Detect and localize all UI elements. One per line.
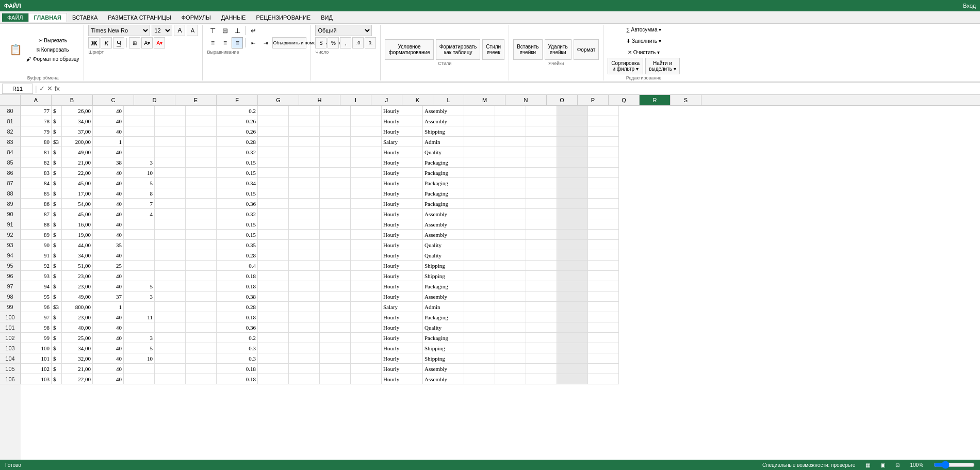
cell-j[interactable] <box>289 116 320 126</box>
col-header-s[interactable]: S <box>671 95 701 105</box>
cell-m[interactable]: Salary <box>382 302 423 312</box>
cell-c[interactable]: 23,00 <box>62 281 93 291</box>
cell-r[interactable] <box>557 302 588 312</box>
cell-c[interactable]: 45,00 <box>62 178 93 188</box>
decrease-decimal-button[interactable]: 0. <box>365 37 376 48</box>
increase-decimal-button[interactable]: .0 <box>352 37 364 48</box>
cell-reference-input[interactable] <box>2 84 33 94</box>
cell-o[interactable] <box>464 322 495 333</box>
find-select-button[interactable]: Найти ивыделить ▾ <box>645 58 680 74</box>
cell-l[interactable] <box>351 199 382 209</box>
cell-h[interactable]: 0.18 <box>217 271 258 281</box>
cell-p[interactable] <box>495 333 526 343</box>
percent-button[interactable]: % <box>328 37 339 48</box>
cell-b[interactable]: $ <box>52 219 62 230</box>
row-num[interactable]: 106 <box>0 374 21 384</box>
cell-s[interactable] <box>588 147 619 157</box>
cell-d[interactable]: 40 <box>93 168 124 178</box>
cell-q[interactable] <box>526 240 557 250</box>
cell-g[interactable] <box>186 178 217 188</box>
cell-h[interactable]: 0.32 <box>217 147 258 157</box>
cell-a[interactable]: 86 <box>21 199 52 209</box>
cell-j[interactable] <box>289 374 320 384</box>
cell-j[interactable] <box>289 126 320 137</box>
bold-button[interactable]: Ж <box>88 37 100 48</box>
cell-c[interactable]: 49,00 <box>62 147 93 157</box>
cell-l[interactable] <box>351 322 382 333</box>
cell-d[interactable]: 40 <box>93 281 124 291</box>
cell-o[interactable] <box>464 364 495 374</box>
cell-d[interactable]: 1 <box>93 302 124 312</box>
cell-n[interactable]: Shipping <box>423 353 464 364</box>
col-header-q[interactable]: Q <box>609 95 640 105</box>
cell-e[interactable] <box>124 116 155 126</box>
cell-g[interactable] <box>186 271 217 281</box>
cell-q[interactable] <box>526 168 557 178</box>
cell-a[interactable]: 79 <box>21 126 52 137</box>
cell-o[interactable] <box>464 188 495 199</box>
row-num[interactable]: 84 <box>0 147 21 157</box>
cell-r[interactable] <box>557 374 588 384</box>
cell-g[interactable] <box>186 364 217 374</box>
cell-g[interactable] <box>186 199 217 209</box>
cell-e[interactable] <box>124 230 155 240</box>
cell-o[interactable] <box>464 168 495 178</box>
cell-a[interactable]: 81 <box>21 147 52 157</box>
cell-e[interactable] <box>124 374 155 384</box>
fill-color-button[interactable]: A▾ <box>141 37 153 48</box>
cell-n[interactable]: Packaging <box>423 199 464 209</box>
cell-j[interactable] <box>289 250 320 261</box>
cell-d[interactable]: 40 <box>93 343 124 353</box>
cell-m[interactable]: Hourly <box>382 219 423 230</box>
cell-q[interactable] <box>526 209 557 219</box>
cell-c[interactable]: 200,00 <box>62 137 93 147</box>
cell-e[interactable] <box>124 240 155 250</box>
row-num[interactable]: 88 <box>0 188 21 199</box>
cell-j[interactable] <box>289 240 320 250</box>
cell-b[interactable]: $ <box>52 147 62 157</box>
cell-b[interactable]: $ <box>52 168 62 178</box>
cell-e[interactable]: 10 <box>124 353 155 364</box>
cell-k[interactable] <box>320 343 351 353</box>
cell-j[interactable] <box>289 343 320 353</box>
cell-f[interactable] <box>155 219 186 230</box>
cell-k[interactable] <box>320 106 351 116</box>
formula-function-icon[interactable]: fx <box>55 85 60 92</box>
cell-j[interactable] <box>289 178 320 188</box>
cell-l[interactable] <box>351 188 382 199</box>
cell-o[interactable] <box>464 261 495 271</box>
cell-s[interactable] <box>588 281 619 291</box>
cell-g[interactable] <box>186 209 217 219</box>
cell-d[interactable]: 40 <box>93 209 124 219</box>
cell-k[interactable] <box>320 333 351 343</box>
cell-b[interactable]: $ <box>52 199 62 209</box>
row-num[interactable]: 86 <box>0 168 21 178</box>
cell-c[interactable]: 800,00 <box>62 302 93 312</box>
cell-k[interactable] <box>320 271 351 281</box>
cell-e[interactable] <box>124 271 155 281</box>
cell-e[interactable] <box>124 250 155 261</box>
cell-a[interactable]: 87 <box>21 209 52 219</box>
cell-n[interactable]: Admin <box>423 302 464 312</box>
cell-n[interactable]: Shipping <box>423 271 464 281</box>
tab-view[interactable]: ВИД <box>316 13 338 22</box>
cell-b[interactable]: $ <box>52 312 62 322</box>
cell-k[interactable] <box>320 291 351 302</box>
cell-k[interactable] <box>320 250 351 261</box>
cell-s[interactable] <box>588 302 619 312</box>
cell-h[interactable]: 0.28 <box>217 250 258 261</box>
cell-h[interactable]: 0.36 <box>217 199 258 209</box>
cell-r[interactable] <box>557 230 588 240</box>
cell-k[interactable] <box>320 364 351 374</box>
cell-q[interactable] <box>526 188 557 199</box>
cell-q[interactable] <box>526 374 557 384</box>
cell-m[interactable]: Hourly <box>382 333 423 343</box>
cell-a[interactable]: 102 <box>21 364 52 374</box>
cell-g[interactable] <box>186 240 217 250</box>
cell-q[interactable] <box>526 333 557 343</box>
cell-o[interactable] <box>464 353 495 364</box>
cell-g[interactable] <box>186 168 217 178</box>
cell-d[interactable]: 40 <box>93 178 124 188</box>
cell-e[interactable]: 11 <box>124 312 155 322</box>
cell-d[interactable]: 40 <box>93 219 124 230</box>
